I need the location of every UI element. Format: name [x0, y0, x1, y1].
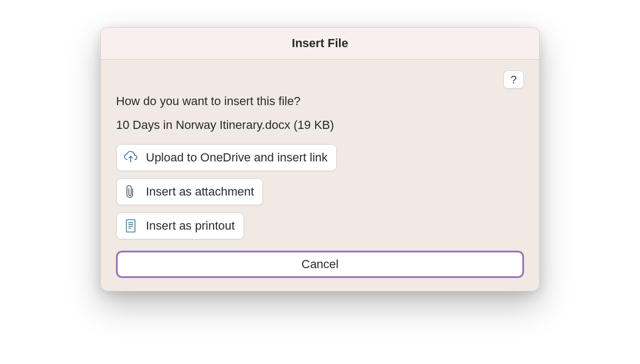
dialog-title: Insert File — [101, 36, 539, 50]
insert-attachment-button[interactable]: Insert as attachment — [116, 178, 263, 205]
help-icon: ? — [510, 74, 516, 86]
printout-icon — [122, 217, 139, 235]
prompt-text: How do you want to insert this file? — [116, 94, 524, 108]
cloud-upload-icon — [122, 149, 139, 166]
options-container: Upload to OneDrive and insert link Inser… — [116, 144, 524, 246]
insert-printout-label: Insert as printout — [146, 219, 235, 233]
upload-onedrive-label: Upload to OneDrive and insert link — [146, 151, 328, 165]
svg-rect-1 — [126, 220, 135, 232]
paperclip-icon — [122, 183, 139, 200]
insert-file-dialog: Insert File ? How do you want to insert … — [100, 27, 540, 291]
insert-attachment-label: Insert as attachment — [146, 185, 254, 199]
upload-onedrive-button[interactable]: Upload to OneDrive and insert link — [116, 144, 337, 171]
cancel-label: Cancel — [302, 257, 338, 271]
help-button[interactable]: ? — [503, 70, 524, 89]
filename-text: 10 Days in Norway Itinerary.docx (19 KB) — [116, 118, 524, 132]
dialog-header: Insert File — [101, 28, 539, 60]
insert-printout-button[interactable]: Insert as printout — [116, 212, 244, 239]
cancel-button[interactable]: Cancel — [116, 251, 524, 278]
dialog-body: ? How do you want to insert this file? 1… — [101, 60, 539, 291]
